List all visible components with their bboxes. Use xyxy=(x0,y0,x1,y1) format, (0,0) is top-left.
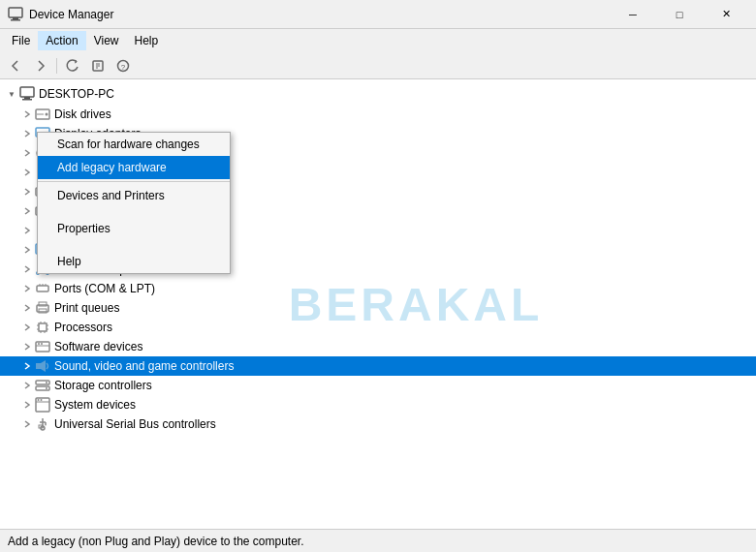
tree-item-processors[interactable]: Processors xyxy=(0,318,756,337)
dropdown-item-properties[interactable]: Properties xyxy=(38,217,230,240)
status-text: Add a legacy (non Plug and Play) device … xyxy=(8,535,304,548)
tree-item-system[interactable]: System devices xyxy=(0,395,756,414)
expander-sound xyxy=(19,358,35,374)
svg-rect-59 xyxy=(36,363,41,369)
svg-point-63 xyxy=(46,387,47,389)
window-controls: ─ □ ✕ xyxy=(611,5,748,24)
expander-hid xyxy=(19,165,35,180)
properties-button[interactable] xyxy=(86,54,110,77)
dropdown-item-undefined[interactable] xyxy=(38,207,230,217)
icon-print-queues xyxy=(35,300,50,316)
close-button[interactable]: ✕ xyxy=(704,5,748,24)
tree-item-ports[interactable]: Ports (COM & LPT) xyxy=(0,279,756,298)
dropdown-item-devices-printers[interactable]: Devices and Printers xyxy=(38,184,230,207)
back-button[interactable] xyxy=(4,54,27,77)
tree-item-print-queues[interactable]: Print queues xyxy=(0,298,756,318)
svg-point-58 xyxy=(41,343,43,345)
svg-rect-2 xyxy=(11,19,20,21)
icon-ports xyxy=(35,281,50,296)
label-ports: Ports (COM & LPT) xyxy=(54,282,155,295)
svg-point-13 xyxy=(46,113,48,116)
status-bar: Add a legacy (non Plug and Play) device … xyxy=(0,529,756,552)
expander-network xyxy=(19,261,35,277)
menu-bar: File Action View Help xyxy=(0,29,756,52)
icon-software xyxy=(35,339,50,354)
maximize-button[interactable]: □ xyxy=(657,5,702,24)
svg-rect-55 xyxy=(36,342,49,352)
dropdown-item-undefined[interactable] xyxy=(38,240,230,250)
svg-rect-0 xyxy=(9,8,22,17)
menu-help[interactable]: Help xyxy=(127,31,167,50)
svg-rect-9 xyxy=(20,87,34,97)
svg-point-66 xyxy=(38,399,40,401)
label-print-queues: Print queues xyxy=(54,301,119,315)
root-expander: ▼ xyxy=(4,86,19,102)
svg-rect-1 xyxy=(13,17,18,19)
icon-storage xyxy=(35,378,50,393)
menu-action[interactable]: Action xyxy=(38,31,85,50)
svg-text:?: ? xyxy=(121,62,126,71)
app-icon xyxy=(8,7,23,22)
forward-button[interactable] xyxy=(29,54,52,77)
svg-point-57 xyxy=(38,343,40,345)
label-system: System devices xyxy=(54,398,136,412)
help-button[interactable]: ? xyxy=(111,54,135,77)
tree-item-storage[interactable]: Storage controllers xyxy=(0,376,756,395)
svg-rect-11 xyxy=(22,99,32,101)
menu-file[interactable]: File xyxy=(4,31,38,50)
tree-item-sound[interactable]: Sound, video and game controllers xyxy=(0,356,756,376)
icon-system xyxy=(35,397,50,413)
expander-dvd xyxy=(19,145,35,161)
expander-monitors xyxy=(19,242,35,258)
expander-system xyxy=(19,397,35,413)
dropdown-item-scan[interactable]: Scan for hardware changes xyxy=(38,133,230,156)
icon-disk-drives xyxy=(35,107,50,122)
expander-ports xyxy=(19,281,35,296)
content-area: BERAKAL ▼ DESKTOP-PC Disk drivesDisplay … xyxy=(0,79,756,529)
refresh-button[interactable] xyxy=(61,54,84,77)
icon-processors xyxy=(35,320,50,335)
expander-storage xyxy=(19,378,35,393)
dropdown-item-add-legacy[interactable]: Add legacy hardware xyxy=(38,156,230,179)
root-label: DESKTOP-PC xyxy=(39,87,114,101)
icon-sound xyxy=(35,358,50,374)
dropdown-item-help[interactable]: Help xyxy=(38,250,230,273)
expander-display-adapters xyxy=(19,126,35,141)
svg-point-62 xyxy=(46,382,47,383)
action-dropdown: Scan for hardware changesAdd legacy hard… xyxy=(37,132,231,274)
expander-disk-drives xyxy=(19,107,35,122)
svg-marker-72 xyxy=(45,424,47,426)
window-title: Device Manager xyxy=(29,8,611,21)
expander-keyboards xyxy=(19,203,35,219)
toolbar: ? xyxy=(0,52,756,79)
label-software: Software devices xyxy=(54,340,142,353)
svg-rect-46 xyxy=(39,323,47,331)
svg-rect-39 xyxy=(37,286,48,291)
expander-ide xyxy=(19,184,35,199)
tree-item-usb[interactable]: Universal Serial Bus controllers xyxy=(0,414,756,434)
label-processors: Processors xyxy=(54,321,112,334)
svg-point-67 xyxy=(41,399,43,401)
computer-icon xyxy=(19,86,35,102)
expander-print-queues xyxy=(19,300,35,316)
label-storage: Storage controllers xyxy=(54,379,152,392)
label-usb: Universal Serial Bus controllers xyxy=(54,417,216,431)
minimize-button[interactable]: ─ xyxy=(611,5,655,24)
toolbar-separator xyxy=(56,58,57,74)
icon-usb xyxy=(35,416,50,432)
expander-mice xyxy=(19,223,35,238)
svg-rect-10 xyxy=(24,97,30,99)
expander-usb xyxy=(19,416,35,432)
dropdown-separator xyxy=(38,181,230,182)
expander-software xyxy=(19,339,35,354)
label-disk-drives: Disk drives xyxy=(54,107,111,121)
label-sound: Sound, video and game controllers xyxy=(54,359,234,373)
tree-item-disk-drives[interactable]: Disk drives xyxy=(0,105,756,124)
title-bar: Device Manager ─ □ ✕ xyxy=(0,0,756,29)
menu-view[interactable]: View xyxy=(86,31,127,50)
expander-processors xyxy=(19,320,35,335)
tree-item-software[interactable]: Software devices xyxy=(0,337,756,356)
root-item[interactable]: ▼ DESKTOP-PC xyxy=(0,83,756,105)
